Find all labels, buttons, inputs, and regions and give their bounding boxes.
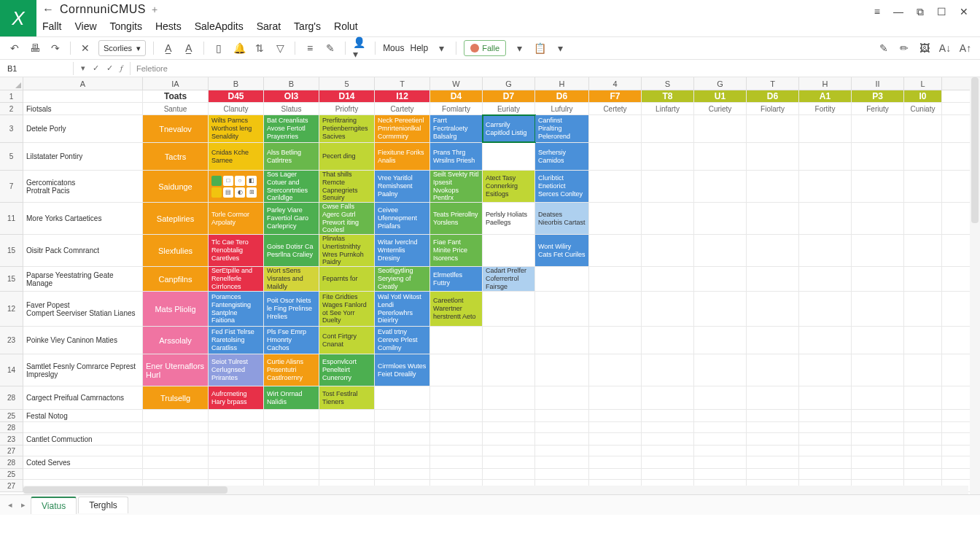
cell[interactable] (694, 469, 747, 479)
cell[interactable] (904, 267, 942, 291)
cell[interactable]: Cluribtict Enetiorict Serces Conltey (535, 171, 589, 202)
cell[interactable] (694, 115, 747, 142)
cell[interactable]: Festal Notog (23, 410, 143, 421)
row-header[interactable]: 25 (0, 469, 23, 480)
cell[interactable]: Cargect Preifual Camrnactons (23, 386, 143, 409)
cell[interactable] (143, 410, 209, 421)
cell[interactable]: Pls Fse Emrp Hmonrty Cachos (264, 327, 319, 354)
cell[interactable] (375, 456, 430, 468)
cell[interactable]: Tactrs (143, 143, 209, 170)
cell[interactable] (209, 446, 264, 456)
cell[interactable] (852, 446, 904, 456)
cell[interactable]: F7 (589, 90, 642, 102)
cell[interactable] (535, 354, 589, 386)
cell[interactable] (589, 292, 642, 326)
col-header[interactable]: H (799, 77, 852, 90)
cell[interactable] (852, 143, 904, 170)
cell[interactable] (852, 203, 904, 234)
cell[interactable] (799, 115, 852, 142)
undo-icon[interactable]: ↶ (7, 41, 22, 55)
sort-icon[interactable]: ⇅ (252, 41, 267, 55)
cell[interactable] (852, 292, 904, 326)
formula-input[interactable]: Feletiore (131, 64, 980, 73)
person-icon[interactable]: 👤▾ (353, 41, 368, 55)
cell[interactable] (852, 456, 904, 468)
pen-icon[interactable]: ✎ (876, 41, 891, 55)
cell[interactable] (535, 267, 589, 291)
col-header[interactable]: 5 (319, 77, 375, 90)
cell[interactable] (535, 433, 589, 445)
cell[interactable]: D6 (747, 90, 799, 102)
cell[interactable] (483, 327, 535, 354)
cell[interactable]: Detele Porly (23, 115, 143, 142)
cell[interactable] (430, 433, 483, 445)
cell[interactable] (589, 446, 642, 456)
cell[interactable] (319, 456, 375, 468)
row-header[interactable]: 5 (0, 143, 23, 171)
cell[interactable] (430, 456, 483, 468)
share-button[interactable]: Falle (464, 40, 506, 56)
cell[interactable] (483, 446, 535, 456)
cell[interactable] (694, 446, 747, 456)
toolbar-mous[interactable]: Mous (383, 43, 404, 53)
cell[interactable]: Prerfitraring Petienberngites Sacives (319, 115, 375, 142)
cell[interactable]: Cnidas Kche Sarnee (209, 143, 264, 170)
row-header[interactable]: 28 (0, 386, 23, 410)
cell[interactable] (642, 433, 694, 445)
cell[interactable] (483, 386, 535, 409)
cell[interactable]: Oisitr Pack Comnranct (23, 235, 143, 266)
cell[interactable]: Fiae Fant Minite Price Isorencs (430, 235, 483, 266)
cell[interactable] (799, 292, 852, 326)
cell[interactable]: Fortity (799, 103, 852, 114)
cell[interactable] (430, 386, 483, 409)
cell[interactable] (694, 143, 747, 170)
cell[interactable] (694, 433, 747, 445)
cell[interactable]: Lilstatater Pontiry (23, 143, 143, 170)
cell[interactable]: Tlc Cae Tero Renobtalig Caretlves (209, 235, 264, 266)
cell[interactable]: Toats (143, 90, 209, 102)
maximize-icon[interactable]: ☐ (937, 6, 946, 18)
menu-rolut[interactable]: Rolut (334, 20, 358, 32)
cell[interactable]: Curiety (694, 103, 747, 114)
cell[interactable] (852, 410, 904, 421)
cell[interactable] (799, 354, 852, 386)
cell[interactable]: Coted Serves (23, 456, 143, 468)
row-header[interactable]: 23 (0, 327, 23, 354)
cell[interactable] (319, 433, 375, 445)
cell[interactable]: Faver PopestCompert Seerviser Statian Li… (23, 292, 143, 326)
cell[interactable]: Arssolaly (143, 327, 209, 354)
cell[interactable] (747, 386, 799, 409)
cell[interactable]: Wal Yotl Witost Lendi Pererlowhrs Dieirl… (375, 292, 430, 326)
cell[interactable] (430, 327, 483, 354)
cell[interactable] (209, 469, 264, 479)
cell[interactable] (209, 456, 264, 468)
cell[interactable] (852, 115, 904, 142)
cell[interactable]: A1 (799, 90, 852, 102)
cell[interactable]: Tnevalov (143, 115, 209, 142)
row-header[interactable]: 15 (0, 235, 23, 267)
cell[interactable] (535, 422, 589, 432)
row-header[interactable]: 28 (0, 456, 23, 469)
select-all-corner[interactable] (0, 77, 23, 90)
menu-sarat[interactable]: Sarat (257, 20, 281, 32)
font-style-icon[interactable]: A̲ (182, 41, 196, 55)
clipboard-icon[interactable]: 📋 (532, 41, 547, 55)
cell[interactable]: Pecert ding (319, 143, 375, 170)
cell[interactable] (694, 203, 747, 234)
close-icon[interactable]: ✕ (960, 6, 968, 18)
col-header[interactable]: H (535, 77, 589, 90)
cell[interactable] (852, 422, 904, 432)
cell[interactable] (589, 386, 642, 409)
cell[interactable]: Ener Uternaflors Hurl (143, 354, 209, 386)
row-header[interactable]: 27 (0, 446, 23, 456)
cell[interactable]: Canfinst Piralting Pelerorend (535, 115, 589, 142)
cell[interactable] (589, 143, 642, 170)
cell[interactable] (747, 433, 799, 445)
cell[interactable] (747, 115, 799, 142)
row-header[interactable]: 23 (0, 433, 23, 446)
cell[interactable] (642, 115, 694, 142)
cell[interactable]: Curtie Alisns Pnsentutri Castlroernry (264, 354, 319, 386)
cell[interactable] (799, 267, 852, 291)
cell[interactable] (375, 422, 430, 432)
cell[interactable] (904, 446, 942, 456)
